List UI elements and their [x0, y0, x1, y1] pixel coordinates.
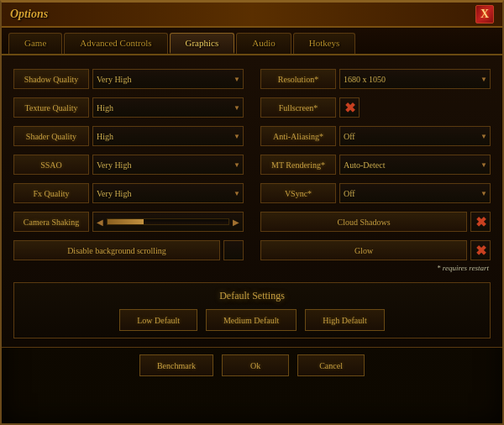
anti-aliasing-row: Anti-Aliasing* Off [260, 124, 491, 148]
shadow-quality-select[interactable]: Very High [92, 69, 244, 89]
tab-graphics[interactable]: Graphics [170, 33, 235, 54]
content-area: Shadow Quality Very High Texture Quality… [2, 54, 502, 347]
cloud-shadows-checkbox[interactable]: ✖ [470, 212, 491, 232]
fx-quality-label: Fx Quality [13, 183, 89, 203]
disable-bg-scroll-label: Disable background scrolling [13, 240, 220, 260]
title-bar: Options X [2, 3, 502, 28]
resolution-label: Resolution* [260, 69, 336, 89]
anti-aliasing-select-wrapper: Off [339, 126, 491, 146]
options-window: Options X Game Advanced Controls Graphic… [0, 0, 504, 425]
tab-advanced-controls[interactable]: Advanced Controls [64, 33, 167, 54]
left-column: Shadow Quality Very High Texture Quality… [13, 67, 244, 262]
shadow-quality-row: Shadow Quality Very High [13, 67, 244, 91]
ok-button[interactable]: Ok [222, 354, 289, 376]
vsync-label: VSync* [260, 183, 336, 203]
slider-track [107, 218, 229, 225]
shadow-quality-select-wrapper: Very High [92, 69, 244, 89]
close-button[interactable]: X [475, 5, 494, 24]
shader-quality-row: Shader Quality High [13, 124, 244, 148]
camera-shaking-row: Camera Shaking ◀ ▶ [13, 210, 244, 233]
camera-shaking-label: Camera Shaking [13, 212, 89, 232]
fullscreen-row: Fullscreen* ✖ [260, 96, 491, 119]
anti-aliasing-label: Anti-Aliasing* [260, 126, 336, 146]
bottom-bar: Benchmark Ok Cancel [2, 347, 502, 383]
texture-quality-select[interactable]: High [92, 97, 244, 118]
slider-fill [108, 219, 144, 224]
ssao-row: SSAO Very High [13, 153, 244, 176]
default-settings-section: Default Settings Low Default Medium Defa… [13, 282, 491, 338]
texture-quality-label: Texture Quality [13, 97, 89, 118]
vsync-select[interactable]: Off [339, 183, 491, 203]
glow-checkbox[interactable]: ✖ [470, 240, 491, 260]
medium-default-button[interactable]: Medium Default [206, 309, 297, 331]
cloud-shadows-check-icon: ✖ [475, 214, 486, 230]
texture-quality-select-wrapper: High [92, 97, 244, 118]
tab-bar: Game Advanced Controls Graphics Audio Ho… [2, 28, 502, 54]
window-title: Options [10, 8, 48, 21]
mt-rendering-label: MT Rendering* [260, 155, 336, 175]
slider-right-arrow[interactable]: ▶ [231, 218, 241, 227]
tab-hotkeys[interactable]: Hotkeys [293, 33, 356, 54]
slider-left-arrow[interactable]: ◀ [95, 218, 105, 227]
cancel-button[interactable]: Cancel [297, 354, 365, 376]
ssao-select-wrapper: Very High [92, 155, 244, 175]
texture-quality-row: Texture Quality High [13, 96, 244, 119]
fx-quality-row: Fx Quality Very High [13, 181, 244, 205]
default-settings-title: Default Settings [21, 290, 483, 302]
fx-quality-select[interactable]: Very High [92, 183, 244, 203]
mt-rendering-select[interactable]: Auto-Detect [339, 155, 491, 175]
benchmark-button[interactable]: Benchmark [139, 354, 213, 376]
resolution-select[interactable]: 1680 x 1050 [339, 69, 491, 89]
shader-quality-select[interactable]: High [92, 126, 244, 146]
low-default-button[interactable]: Low Default [119, 309, 197, 331]
right-column: Resolution* 1680 x 1050 Fullscreen* ✖ [260, 67, 491, 262]
glow-row: Glow ✖ [260, 239, 491, 262]
cloud-shadows-row: Cloud Shadows ✖ [260, 210, 491, 233]
resolution-select-wrapper: 1680 x 1050 [339, 69, 491, 89]
ssao-label: SSAO [13, 155, 89, 175]
resolution-row: Resolution* 1680 x 1050 [260, 67, 491, 91]
fullscreen-checkbox[interactable]: ✖ [339, 97, 360, 118]
mt-rendering-row: MT Rendering* Auto-Detect [260, 153, 491, 176]
disable-bg-scroll-checkbox[interactable]: ✖ [223, 240, 244, 260]
default-buttons-row: Low Default Medium Default High Default [21, 309, 483, 331]
disable-bg-scroll-row: Disable background scrolling ✖ [13, 239, 244, 262]
camera-shaking-slider[interactable]: ◀ ▶ [92, 212, 244, 232]
settings-grid: Shadow Quality Very High Texture Quality… [13, 67, 491, 262]
shader-quality-select-wrapper: High [92, 126, 244, 146]
glow-label: Glow [260, 240, 467, 260]
vsync-select-wrapper: Off [339, 183, 491, 203]
tab-game[interactable]: Game [8, 33, 62, 54]
anti-aliasing-select[interactable]: Off [339, 126, 491, 146]
fx-quality-select-wrapper: Very High [92, 183, 244, 203]
requires-restart-note: * requires restart [13, 264, 491, 272]
fullscreen-label: Fullscreen* [260, 97, 336, 118]
shader-quality-label: Shader Quality [13, 126, 89, 146]
cloud-shadows-label: Cloud Shadows [260, 212, 467, 232]
fullscreen-check-icon: ✖ [344, 100, 355, 116]
shadow-quality-label: Shadow Quality [13, 69, 89, 89]
tab-audio[interactable]: Audio [236, 33, 291, 54]
high-default-button[interactable]: High Default [305, 309, 385, 331]
glow-check-icon: ✖ [475, 243, 486, 259]
ssao-select[interactable]: Very High [92, 155, 244, 175]
vsync-row: VSync* Off [260, 181, 491, 205]
mt-rendering-select-wrapper: Auto-Detect [339, 155, 491, 175]
